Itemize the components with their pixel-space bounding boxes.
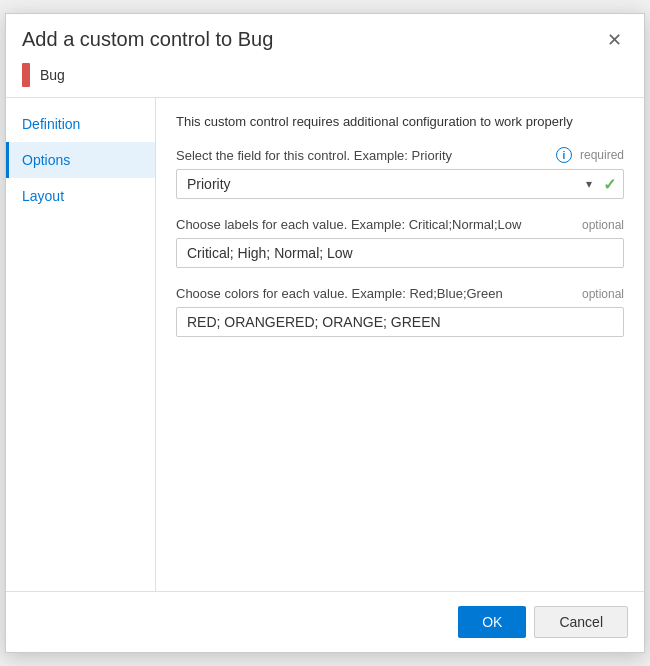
field-label-labels: Choose labels for each value. Example: C… xyxy=(176,217,574,232)
field-label-row-colors: Choose colors for each value. Example: R… xyxy=(176,286,624,301)
labels-input[interactable] xyxy=(176,238,624,268)
sidebar-item-layout[interactable]: Layout xyxy=(6,178,155,214)
sidebar: Definition Options Layout xyxy=(6,98,156,591)
dialog-body: Definition Options Layout This custom co… xyxy=(6,98,644,591)
bug-label: Bug xyxy=(40,67,65,83)
dialog: Add a custom control to Bug ✕ Bug Defini… xyxy=(5,13,645,653)
select-wrapper: Priority ▾ ✓ xyxy=(176,169,624,199)
field-badge-labels-optional: optional xyxy=(582,218,624,232)
priority-select[interactable]: Priority xyxy=(176,169,624,199)
dialog-header: Add a custom control to Bug ✕ xyxy=(6,14,644,59)
sidebar-item-definition[interactable]: Definition xyxy=(6,106,155,142)
close-button[interactable]: ✕ xyxy=(601,29,628,51)
bug-label-row: Bug xyxy=(6,59,644,98)
field-section-select: Select the field for this control. Examp… xyxy=(176,147,624,199)
field-badge-colors-optional: optional xyxy=(582,287,624,301)
notice-text: This custom control requires additional … xyxy=(176,114,624,129)
field-label-select: Select the field for this control. Examp… xyxy=(176,148,552,163)
info-icon[interactable]: i xyxy=(556,147,572,163)
bug-indicator xyxy=(22,63,30,87)
dialog-title: Add a custom control to Bug xyxy=(22,28,273,51)
field-label-row-select: Select the field for this control. Examp… xyxy=(176,147,624,163)
main-content: This custom control requires additional … xyxy=(156,98,644,591)
ok-button[interactable]: OK xyxy=(458,606,526,638)
field-section-colors: Choose colors for each value. Example: R… xyxy=(176,286,624,337)
field-badge-required: required xyxy=(580,148,624,162)
dialog-footer: OK Cancel xyxy=(6,591,644,652)
field-label-row-labels: Choose labels for each value. Example: C… xyxy=(176,217,624,232)
field-section-labels: Choose labels for each value. Example: C… xyxy=(176,217,624,268)
field-label-colors: Choose colors for each value. Example: R… xyxy=(176,286,574,301)
colors-input[interactable] xyxy=(176,307,624,337)
sidebar-item-options[interactable]: Options xyxy=(6,142,155,178)
cancel-button[interactable]: Cancel xyxy=(534,606,628,638)
check-icon: ✓ xyxy=(603,175,616,194)
